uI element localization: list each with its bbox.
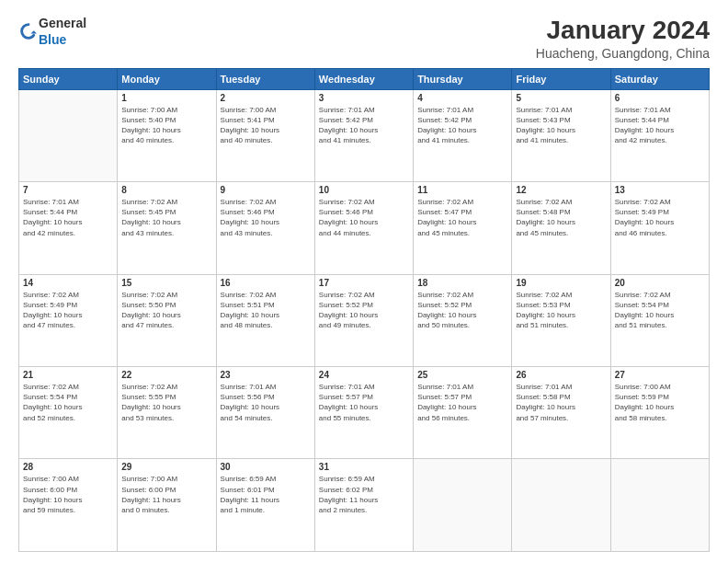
day-info: Sunrise: 7:00 AM Sunset: 6:00 PM Dayligh…	[121, 474, 211, 515]
logo-text-general: General	[39, 16, 86, 30]
day-info: Sunrise: 7:02 AM Sunset: 5:49 PM Dayligh…	[23, 290, 113, 331]
calendar-cell: 23Sunrise: 7:01 AM Sunset: 5:56 PM Dayli…	[216, 367, 314, 459]
day-info: Sunrise: 7:01 AM Sunset: 5:58 PM Dayligh…	[516, 382, 606, 423]
day-number: 13	[615, 185, 705, 195]
day-number: 31	[319, 462, 409, 472]
day-number: 6	[615, 93, 705, 103]
day-info: Sunrise: 7:01 AM Sunset: 5:57 PM Dayligh…	[319, 382, 409, 423]
calendar-cell: 29Sunrise: 7:00 AM Sunset: 6:00 PM Dayli…	[118, 459, 216, 552]
calendar-cell: 20Sunrise: 7:02 AM Sunset: 5:54 PM Dayli…	[610, 274, 709, 366]
subtitle: Huacheng, Guangdong, China	[536, 46, 710, 61]
day-info: Sunrise: 7:02 AM Sunset: 5:55 PM Dayligh…	[121, 382, 211, 423]
weekday-header: Sunday	[19, 68, 118, 89]
day-number: 24	[319, 370, 409, 380]
calendar-cell: 18Sunrise: 7:02 AM Sunset: 5:52 PM Dayli…	[414, 274, 512, 366]
calendar-cell: 21Sunrise: 7:02 AM Sunset: 5:54 PM Dayli…	[19, 367, 118, 459]
calendar-cell: 11Sunrise: 7:02 AM Sunset: 5:47 PM Dayli…	[414, 182, 512, 274]
calendar-cell: 16Sunrise: 7:02 AM Sunset: 5:51 PM Dayli…	[216, 274, 314, 366]
day-number: 16	[221, 278, 311, 288]
calendar-cell: 9Sunrise: 7:02 AM Sunset: 5:46 PM Daylig…	[216, 182, 314, 274]
calendar-week-row: 7Sunrise: 7:01 AM Sunset: 5:44 PM Daylig…	[19, 182, 710, 274]
day-number: 26	[516, 370, 606, 380]
day-info: Sunrise: 6:59 AM Sunset: 6:02 PM Dayligh…	[319, 474, 409, 515]
calendar-cell: 6Sunrise: 7:01 AM Sunset: 5:44 PM Daylig…	[610, 89, 709, 181]
day-info: Sunrise: 7:02 AM Sunset: 5:52 PM Dayligh…	[319, 290, 409, 331]
day-info: Sunrise: 7:01 AM Sunset: 5:44 PM Dayligh…	[23, 197, 113, 238]
calendar-week-row: 21Sunrise: 7:02 AM Sunset: 5:54 PM Dayli…	[19, 367, 710, 459]
calendar-table: SundayMondayTuesdayWednesdayThursdayFrid…	[18, 68, 710, 552]
calendar-cell: 19Sunrise: 7:02 AM Sunset: 5:53 PM Dayli…	[512, 274, 610, 366]
day-info: Sunrise: 7:02 AM Sunset: 5:48 PM Dayligh…	[516, 197, 606, 238]
day-info: Sunrise: 7:00 AM Sunset: 5:40 PM Dayligh…	[121, 105, 211, 146]
day-number: 22	[121, 370, 211, 380]
calendar-cell: 24Sunrise: 7:01 AM Sunset: 5:57 PM Dayli…	[314, 367, 413, 459]
day-info: Sunrise: 7:02 AM Sunset: 5:54 PM Dayligh…	[615, 290, 705, 331]
calendar-cell: 7Sunrise: 7:01 AM Sunset: 5:44 PM Daylig…	[19, 182, 118, 274]
day-number: 21	[23, 370, 113, 380]
day-number: 9	[221, 185, 311, 195]
day-number: 25	[417, 370, 507, 380]
calendar-week-row: 14Sunrise: 7:02 AM Sunset: 5:49 PM Dayli…	[19, 274, 710, 366]
day-number: 15	[121, 278, 211, 288]
calendar-cell: 2Sunrise: 7:00 AM Sunset: 5:41 PM Daylig…	[216, 89, 314, 181]
day-number: 3	[319, 93, 409, 103]
calendar-cell: 27Sunrise: 7:00 AM Sunset: 5:59 PM Dayli…	[610, 367, 709, 459]
day-number: 17	[319, 278, 409, 288]
calendar-cell: 30Sunrise: 6:59 AM Sunset: 6:01 PM Dayli…	[216, 459, 314, 552]
day-info: Sunrise: 7:01 AM Sunset: 5:42 PM Dayligh…	[417, 105, 507, 146]
calendar-week-row: 28Sunrise: 7:00 AM Sunset: 6:00 PM Dayli…	[19, 459, 710, 552]
calendar-cell: 26Sunrise: 7:01 AM Sunset: 5:58 PM Dayli…	[512, 367, 610, 459]
day-info: Sunrise: 7:00 AM Sunset: 5:59 PM Dayligh…	[615, 382, 705, 423]
day-number: 28	[23, 462, 113, 472]
calendar-cell: 17Sunrise: 7:02 AM Sunset: 5:52 PM Dayli…	[314, 274, 413, 366]
day-number: 20	[615, 278, 705, 288]
day-info: Sunrise: 7:02 AM Sunset: 5:53 PM Dayligh…	[516, 290, 606, 331]
calendar-header-row: SundayMondayTuesdayWednesdayThursdayFrid…	[19, 68, 710, 89]
calendar-cell: 31Sunrise: 6:59 AM Sunset: 6:02 PM Dayli…	[314, 459, 413, 552]
day-number: 18	[417, 278, 507, 288]
calendar-cell: 5Sunrise: 7:01 AM Sunset: 5:43 PM Daylig…	[512, 89, 610, 181]
day-info: Sunrise: 7:01 AM Sunset: 5:44 PM Dayligh…	[615, 105, 705, 146]
title-block: January 2024 Huacheng, Guangdong, China	[536, 15, 710, 61]
calendar-cell: 15Sunrise: 7:02 AM Sunset: 5:50 PM Dayli…	[118, 274, 216, 366]
calendar-cell: 8Sunrise: 7:02 AM Sunset: 5:45 PM Daylig…	[118, 182, 216, 274]
calendar-cell: 12Sunrise: 7:02 AM Sunset: 5:48 PM Dayli…	[512, 182, 610, 274]
day-number: 30	[221, 462, 311, 472]
day-number: 2	[221, 93, 311, 103]
logo-icon	[20, 23, 37, 40]
day-number: 11	[417, 185, 507, 195]
day-info: Sunrise: 7:00 AM Sunset: 6:00 PM Dayligh…	[23, 474, 113, 515]
day-info: Sunrise: 7:01 AM Sunset: 5:57 PM Dayligh…	[417, 382, 507, 423]
page: General Blue January 2024 Huacheng, Guan…	[0, 0, 728, 563]
main-title: January 2024	[536, 15, 710, 46]
calendar-cell	[19, 89, 118, 181]
day-number: 7	[23, 185, 113, 195]
day-number: 23	[221, 370, 311, 380]
day-info: Sunrise: 7:02 AM Sunset: 5:52 PM Dayligh…	[417, 290, 507, 331]
day-info: Sunrise: 7:00 AM Sunset: 5:41 PM Dayligh…	[221, 105, 311, 146]
day-info: Sunrise: 7:02 AM Sunset: 5:45 PM Dayligh…	[121, 197, 211, 238]
calendar-cell: 28Sunrise: 7:00 AM Sunset: 6:00 PM Dayli…	[19, 459, 118, 552]
day-number: 29	[121, 462, 211, 472]
day-number: 12	[516, 185, 606, 195]
calendar-cell	[512, 459, 610, 552]
day-number: 1	[121, 93, 211, 103]
calendar-cell: 10Sunrise: 7:02 AM Sunset: 5:46 PM Dayli…	[314, 182, 413, 274]
calendar-cell: 14Sunrise: 7:02 AM Sunset: 5:49 PM Dayli…	[19, 274, 118, 366]
day-info: Sunrise: 7:01 AM Sunset: 5:56 PM Dayligh…	[221, 382, 311, 423]
weekday-header: Friday	[512, 68, 610, 89]
day-number: 14	[23, 278, 113, 288]
day-info: Sunrise: 7:02 AM Sunset: 5:50 PM Dayligh…	[121, 290, 211, 331]
day-info: Sunrise: 7:01 AM Sunset: 5:42 PM Dayligh…	[319, 105, 409, 146]
calendar-cell: 1Sunrise: 7:00 AM Sunset: 5:40 PM Daylig…	[118, 89, 216, 181]
day-number: 8	[121, 185, 211, 195]
calendar-cell	[610, 459, 709, 552]
day-info: Sunrise: 7:02 AM Sunset: 5:47 PM Dayligh…	[417, 197, 507, 238]
logo-text-blue: Blue	[39, 32, 66, 47]
calendar-cell: 25Sunrise: 7:01 AM Sunset: 5:57 PM Dayli…	[414, 367, 512, 459]
svg-marker-0	[30, 30, 37, 33]
weekday-header: Thursday	[414, 68, 512, 89]
day-info: Sunrise: 7:01 AM Sunset: 5:43 PM Dayligh…	[516, 105, 606, 146]
day-number: 4	[417, 93, 507, 103]
day-info: Sunrise: 7:02 AM Sunset: 5:46 PM Dayligh…	[319, 197, 409, 238]
